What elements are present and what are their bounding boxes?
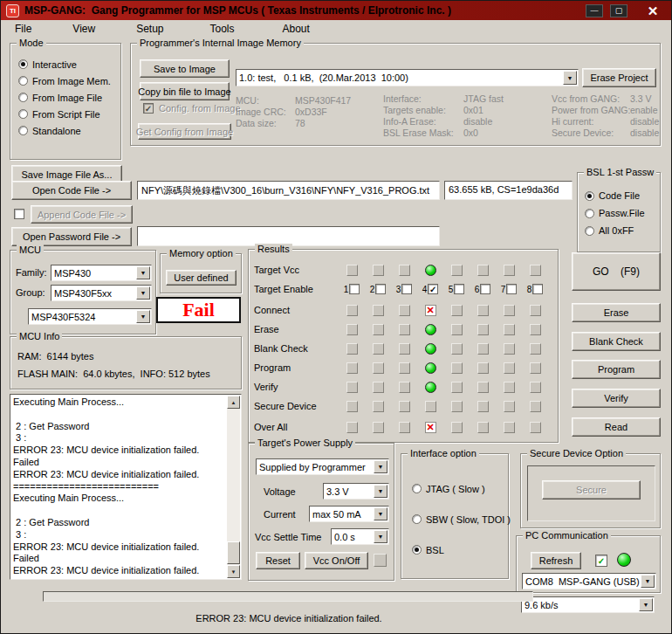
usb-connected-checkbox[interactable]: ✓ — [595, 555, 607, 567]
save-to-image-button[interactable]: Save to Image — [140, 59, 230, 78]
target-enable-checkbox-6[interactable] — [480, 284, 490, 294]
maximize-button[interactable]: ▢ — [610, 4, 627, 17]
result-slot — [522, 362, 548, 374]
scrollbar-thumb[interactable] — [227, 541, 240, 564]
chevron-down-icon[interactable]: ▼ — [374, 485, 387, 498]
target-enable-checkbox-1[interactable] — [349, 284, 360, 294]
chevron-down-icon[interactable]: ▼ — [374, 507, 387, 520]
empty-indicator — [346, 362, 358, 374]
empty-indicator — [477, 343, 489, 355]
results-row-over-all: Over All✕ — [254, 417, 554, 437]
power-source-combobox[interactable]: Supplied by Programmer ▼ — [256, 458, 389, 475]
target-enable-checkbox-8[interactable] — [532, 284, 543, 294]
menu-item-tools[interactable]: Tools — [210, 23, 235, 35]
radio-icon — [18, 76, 28, 86]
log-scrollbar[interactable]: ▲ ▼ — [227, 396, 240, 578]
mode-option-from-image-file[interactable]: From Image File — [18, 89, 120, 106]
mode-option-interactive[interactable]: Interactive — [18, 56, 120, 72]
device-combobox[interactable]: MSP430F5324 ▼ — [28, 308, 152, 325]
chevron-down-icon[interactable]: ▼ — [136, 310, 150, 323]
log-line: ERROR 23: MCU device initialization fail… — [13, 565, 226, 577]
verify-button[interactable]: Verify — [572, 389, 661, 408]
results-row-connect: Connect✕ — [254, 300, 554, 320]
menu-item-setup[interactable]: Setup — [136, 23, 163, 35]
get-config-from-image-button[interactable]: Get Config from Image — [138, 123, 231, 140]
enable-slot: 4✓ — [417, 284, 443, 294]
mcu-info-group-title: MCU Info — [17, 331, 62, 342]
chevron-down-icon[interactable]: ▼ — [641, 575, 655, 588]
target-enable-checkbox-7[interactable] — [506, 284, 517, 294]
user-defined-button[interactable]: User defined — [166, 270, 237, 286]
vcc-on-off-button[interactable]: Vcc On/Off — [305, 552, 368, 569]
image-memory-group-title: Programmer's Internal Image Memory — [137, 38, 304, 49]
interface-option-bsl[interactable]: BSL — [412, 545, 508, 575]
scroll-down-icon[interactable]: ▼ — [227, 565, 240, 578]
target-enable-checkbox-5[interactable] — [454, 284, 464, 294]
process-log[interactable]: Executing Main Process... 2 : Get Passwo… — [10, 394, 242, 580]
image-info-label: Vcc from GANG: — [552, 93, 630, 105]
chevron-down-icon[interactable]: ▼ — [136, 266, 150, 279]
baud-rate-combobox[interactable]: 9.6 kb/s ▼ — [521, 596, 655, 613]
voltage-combobox[interactable]: 3.3 V ▼ — [323, 483, 389, 500]
mode-option-from-script-file[interactable]: From Script File — [18, 106, 120, 122]
image-select-combobox[interactable]: 1.0: test, 0.1 kB, (20.Mar.2013 10:00) ▼ — [236, 69, 579, 86]
com-port-combobox[interactable]: COM8 MSP-GANG (USB) ▼ — [522, 573, 656, 589]
interface-option-jtag-slow[interactable]: JTAG ( Slow ) — [412, 484, 508, 514]
menu-item-view[interactable]: View — [72, 23, 95, 35]
program-button[interactable]: Program — [572, 360, 661, 379]
progress-bar — [43, 591, 533, 602]
empty-indicator — [399, 265, 410, 276]
scroll-up-icon[interactable]: ▲ — [227, 396, 240, 409]
result-slot — [443, 401, 470, 412]
chevron-down-icon[interactable]: ▼ — [136, 286, 150, 300]
empty-indicator — [399, 382, 410, 393]
target-enable-checkbox-3[interactable] — [401, 284, 412, 294]
secure-button[interactable]: Secure — [542, 480, 641, 500]
target-enable-checkbox-4[interactable]: ✓ — [428, 284, 438, 294]
erase-button[interactable]: Erase — [572, 303, 661, 322]
mode-option-from-image-mem[interactable]: From Image Mem. — [18, 72, 120, 89]
title-bar[interactable]: TI MSP-GANG: Gang Programmer for MSP MCU… — [1, 1, 671, 20]
bsl-passw-option-all-0xff[interactable]: All 0xFF — [585, 222, 660, 239]
append-code-file-button[interactable]: Append Code File -> — [31, 205, 133, 224]
interface-option-sbw-slow-tdoi[interactable]: SBW ( Slow, TDOI ) — [412, 514, 508, 545]
result-slot — [496, 343, 522, 355]
result-slot — [496, 382, 522, 393]
menu-item-file[interactable]: File — [15, 23, 31, 35]
read-button[interactable]: Read — [572, 417, 661, 437]
bsl-passw-option-code-file[interactable]: Code File — [585, 187, 660, 204]
chevron-down-icon[interactable]: ▼ — [563, 71, 577, 85]
bsl-passw-option-passw-file[interactable]: Passw.File — [585, 204, 660, 222]
image-info-label: Secure Device: — [552, 127, 630, 139]
close-button[interactable]: ✕ — [645, 4, 661, 17]
chevron-down-icon[interactable]: ▼ — [374, 460, 387, 473]
minimize-button[interactable]: — — [586, 4, 603, 17]
reset-button[interactable]: Reset — [256, 552, 300, 569]
open-password-file-button[interactable]: Open Password File -> — [11, 227, 132, 246]
results-row-label: Connect — [254, 305, 339, 315]
empty-indicator — [373, 382, 384, 393]
family-combobox[interactable]: MSP430 ▼ — [51, 265, 152, 281]
image-info-col3: Vcc from GANG:3.3 VPower from GANG:enabl… — [552, 93, 659, 139]
copy-bin-to-image-button[interactable]: Copy bin file to Image — [140, 82, 230, 100]
config-from-image-checkbox[interactable]: ✓ — [143, 103, 154, 114]
chevron-down-icon[interactable]: ▼ — [639, 598, 653, 611]
target-enable-checkbox-2[interactable] — [375, 284, 386, 294]
go-button[interactable]: GO (F9) — [572, 252, 661, 291]
open-code-file-button[interactable]: Open Code File -> — [11, 181, 132, 200]
code-file-path-field[interactable]: NFY\源碼與燒錄檔\V300_16\burn_V316\NFY\NFY_V31… — [137, 181, 440, 200]
blank-check-button[interactable]: Blank Check — [572, 332, 661, 351]
chevron-down-icon[interactable]: ▼ — [374, 530, 387, 543]
menu-item-about[interactable]: About — [283, 23, 310, 35]
result-slot — [496, 305, 522, 316]
refresh-button[interactable]: Refresh — [531, 552, 581, 569]
current-combobox[interactable]: max 50 mA ▼ — [309, 506, 389, 522]
group-combobox[interactable]: MSP430F5xx ▼ — [51, 285, 152, 301]
empty-indicator — [425, 401, 436, 412]
append-code-checkbox[interactable] — [14, 209, 24, 219]
mode-option-standalone[interactable]: Standalone — [18, 122, 120, 139]
image-info-row: Targets enable:0x01 — [383, 105, 504, 116]
erase-project-button[interactable]: Erase Project — [582, 68, 656, 87]
ti-logo-icon: TI — [6, 4, 19, 17]
vcc-settle-time-combobox[interactable]: 0.0 s ▼ — [331, 528, 389, 545]
